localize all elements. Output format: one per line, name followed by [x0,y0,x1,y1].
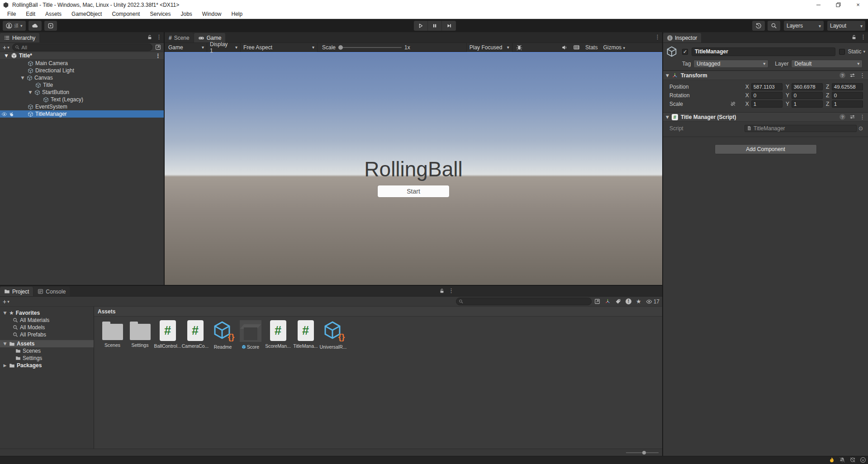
asset-item-scoremanager[interactable]: # ScoreMan... [264,320,292,350]
scale-x-field[interactable]: 1 [751,100,783,108]
restore-button[interactable] [828,0,848,9]
panel-menu-icon[interactable]: ⋮ [860,34,866,40]
eye-icon[interactable] [1,111,7,117]
menu-window[interactable]: Window [197,11,227,17]
static-checkbox[interactable] [839,49,845,55]
transform-component-header[interactable]: ▼ Transform ? ⋮ [663,71,868,80]
presets-icon[interactable] [849,72,855,78]
menu-component[interactable]: Component [107,11,145,17]
undo-history-button[interactable] [752,21,765,31]
static-dropdown-icon[interactable]: ▾ [863,49,865,54]
asset-item-readme[interactable]: {} Readme [209,320,237,350]
asset-item-score[interactable]: Score [237,320,264,350]
vsync-grid-icon[interactable] [573,44,580,51]
account-button[interactable]: 須 ▾ [3,21,26,31]
tree-assets[interactable]: ▼ Assets [0,340,94,347]
scene-menu-icon[interactable]: ⋮ [155,53,161,59]
minimize-button[interactable] [808,0,828,9]
hidden-packages-icon[interactable]: ! [626,298,631,304]
asset-item-ballcontrol[interactable]: # BallControl... [154,320,181,350]
pick-icon[interactable] [9,111,14,117]
icon-size-slider-handle[interactable] [642,451,646,455]
scale-z-field[interactable]: 1 [832,100,863,108]
menu-edit[interactable]: Edit [21,11,40,17]
debug-bug-icon[interactable] [516,44,522,51]
help-icon[interactable]: ? [840,114,845,120]
foldout-open-icon[interactable]: ▼ [4,52,9,59]
layout-dropdown[interactable]: Layout [827,21,865,31]
scale-slider[interactable] [338,47,402,48]
lock-icon[interactable] [439,288,445,294]
position-z-field[interactable]: 49.62558 [832,83,863,90]
bake-flame-icon[interactable] [829,457,835,463]
display-target-dropdown[interactable]: Game [166,43,207,52]
tree-all-models[interactable]: All Models [0,324,94,331]
script-component-header[interactable]: ▼ # Title Manager (Script) ? ⋮ [663,112,868,122]
hierarchy-search[interactable] [12,43,152,51]
auto-refresh-disabled-icon[interactable] [849,457,856,463]
close-button[interactable]: × [848,0,868,9]
step-button[interactable] [442,21,456,31]
project-search-input[interactable] [465,299,589,304]
add-gameobject-button[interactable]: +▾ [3,44,9,51]
tab-scene[interactable]: # Scene [165,33,194,43]
project-search[interactable] [456,298,592,305]
script-object-field[interactable]: TitleManager [745,125,857,132]
tab-console[interactable]: Console [33,287,70,296]
hierarchy-item-title[interactable]: Title [0,81,164,89]
tab-inspector[interactable]: i Inspector [663,33,701,43]
foldout-closed-icon[interactable]: ▶ [3,363,7,368]
scene-row[interactable]: ▼ Title* ⋮ [0,52,164,60]
filter-by-label-icon[interactable] [615,298,621,304]
object-name-field[interactable]: TitleManager [692,47,835,56]
foldout-open-icon[interactable]: ▼ [28,90,33,95]
asset-item-cameracontrol[interactable]: # CameraCo... [181,320,209,350]
menu-gameobject[interactable]: GameObject [66,11,107,17]
asset-item-universalrp[interactable]: {} UniversalR... [319,320,347,350]
cloud-button[interactable] [28,21,42,31]
menu-help[interactable]: Help [227,11,248,17]
constrain-proportions-icon[interactable] [730,101,736,107]
lock-icon[interactable] [147,34,152,40]
aspect-dropdown[interactable]: Free Aspect [241,43,318,52]
menu-jobs[interactable]: Jobs [175,11,197,17]
hierarchy-item-directional-light[interactable]: Directional Light [0,67,164,74]
active-checkbox[interactable]: ✓ [682,49,688,55]
component-menu-icon[interactable]: ⋮ [859,114,865,120]
panel-menu-icon[interactable]: ⋮ [156,34,162,40]
hierarchy-item-main-camera[interactable]: Main Camera [0,60,164,67]
create-asset-button[interactable]: +▾ [3,298,9,305]
position-y-field[interactable]: 360.6978 [792,83,823,90]
icon-size-slider[interactable] [626,452,659,453]
mute-audio-icon[interactable] [561,44,568,51]
tree-settings[interactable]: Settings [0,355,94,362]
filter-by-type-icon[interactable] [605,298,611,304]
menu-services[interactable]: Services [145,11,175,17]
tab-project[interactable]: Project [0,287,33,296]
panel-menu-icon[interactable]: ⋮ [448,288,454,294]
asset-item-settings[interactable]: Settings [126,320,154,350]
hierarchy-item-titlemanager[interactable]: TitleManager [0,110,164,118]
play-focused-dropdown[interactable]: Play Focused [466,43,512,52]
layers-dropdown[interactable]: Layers [784,21,824,31]
component-menu-icon[interactable]: ⋮ [859,72,865,78]
scale-slider-handle[interactable] [338,45,343,50]
help-icon[interactable]: ? [840,72,845,78]
tree-scenes[interactable]: Scenes [0,347,94,355]
rotation-y-field[interactable]: 0 [792,92,823,99]
layer-dropdown[interactable]: Default [791,60,863,68]
play-button[interactable] [414,21,428,31]
tree-packages[interactable]: ▶ Packages [0,362,94,369]
menu-file[interactable]: File [2,11,21,17]
game-start-button[interactable]: Start [378,185,449,197]
asset-item-scenes[interactable]: Scenes [99,320,126,350]
search-in-window-icon[interactable] [594,298,600,304]
presets-icon[interactable] [849,114,855,120]
panel-menu-icon[interactable]: ⋮ [655,34,660,40]
scale-y-field[interactable]: 1 [792,100,823,108]
tree-favorites[interactable]: ▼ ★ Favorites [0,309,94,317]
tag-dropdown[interactable]: Untagged [693,60,768,68]
progress-details-icon[interactable] [860,457,866,463]
foldout-open-icon[interactable]: ▼ [666,115,669,119]
hierarchy-search-input[interactable] [21,45,150,50]
